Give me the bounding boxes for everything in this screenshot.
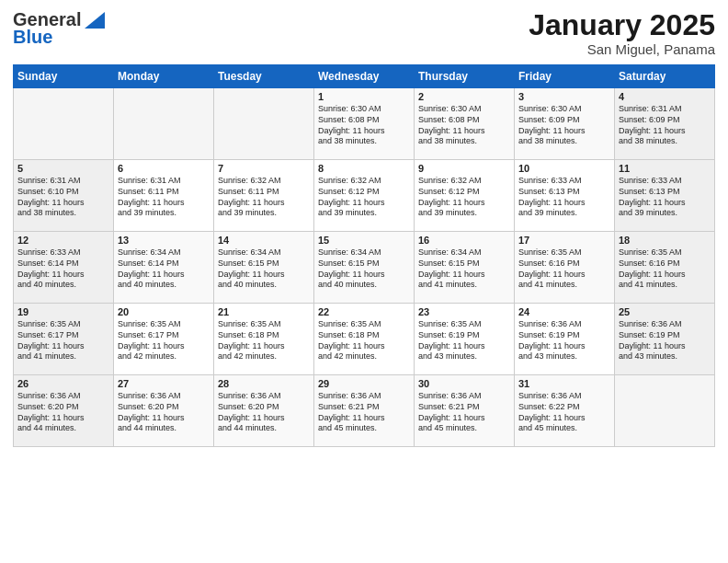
- day-info: and 44 minutes.: [118, 423, 210, 434]
- day-info: Sunset: 6:22 PM: [518, 402, 610, 413]
- day-info: Daylight: 11 hours: [118, 270, 210, 281]
- day-cell: 28Sunrise: 6:36 AMSunset: 6:20 PMDayligh…: [214, 375, 314, 447]
- day-info: Daylight: 11 hours: [518, 198, 610, 209]
- day-info: and 45 minutes.: [318, 423, 410, 434]
- day-cell: 13Sunrise: 6:34 AMSunset: 6:14 PMDayligh…: [114, 232, 214, 304]
- day-info: Sunset: 6:09 PM: [518, 115, 610, 126]
- col-sunday: Sunday: [14, 65, 114, 88]
- day-info: Sunset: 6:12 PM: [418, 187, 510, 198]
- day-info: and 38 minutes.: [17, 208, 109, 219]
- day-info: Sunset: 6:16 PM: [518, 259, 610, 270]
- day-cell: 1Sunrise: 6:30 AMSunset: 6:08 PMDaylight…: [314, 88, 415, 160]
- col-monday: Monday: [114, 65, 214, 88]
- day-info: Sunset: 6:19 PM: [518, 330, 610, 341]
- day-number: 26: [17, 378, 109, 389]
- day-info: Sunrise: 6:36 AM: [318, 391, 410, 402]
- day-info: Sunset: 6:16 PM: [619, 259, 711, 270]
- day-info: and 41 minutes.: [418, 280, 510, 291]
- day-info: Sunrise: 6:31 AM: [118, 176, 210, 187]
- week-row-4: 19Sunrise: 6:35 AMSunset: 6:17 PMDayligh…: [14, 304, 715, 375]
- header: General Blue January 2025 San Miguel, Pa…: [13, 9, 715, 57]
- day-cell: 11Sunrise: 6:33 AMSunset: 6:13 PMDayligh…: [615, 160, 715, 232]
- day-number: 18: [619, 235, 711, 246]
- day-number: 12: [17, 235, 109, 246]
- day-info: Sunset: 6:10 PM: [17, 187, 109, 198]
- day-cell: 6Sunrise: 6:31 AMSunset: 6:11 PMDaylight…: [114, 160, 214, 232]
- day-info: Sunrise: 6:35 AM: [518, 247, 610, 259]
- day-info: Daylight: 11 hours: [17, 413, 109, 424]
- day-number: 21: [218, 306, 310, 317]
- week-row-2: 5Sunrise: 6:31 AMSunset: 6:10 PMDaylight…: [14, 160, 715, 232]
- day-info: and 45 minutes.: [418, 423, 510, 434]
- day-info: Sunset: 6:12 PM: [318, 187, 410, 198]
- day-info: Sunset: 6:18 PM: [318, 330, 410, 341]
- day-info: Sunrise: 6:30 AM: [318, 104, 410, 115]
- day-info: Daylight: 11 hours: [218, 270, 310, 281]
- day-info: and 45 minutes.: [518, 423, 610, 434]
- day-cell: 24Sunrise: 6:36 AMSunset: 6:19 PMDayligh…: [515, 304, 615, 375]
- day-cell: 19Sunrise: 6:35 AMSunset: 6:17 PMDayligh…: [14, 304, 114, 375]
- day-cell: 17Sunrise: 6:35 AMSunset: 6:16 PMDayligh…: [515, 232, 615, 304]
- day-info: Daylight: 11 hours: [518, 341, 610, 352]
- day-number: 20: [118, 306, 210, 317]
- day-info: and 41 minutes.: [518, 280, 610, 291]
- day-info: Sunset: 6:15 PM: [218, 259, 310, 270]
- col-wednesday: Wednesday: [314, 65, 415, 88]
- day-info: Daylight: 11 hours: [218, 198, 310, 209]
- day-info: Daylight: 11 hours: [619, 198, 711, 209]
- day-info: Sunset: 6:15 PM: [318, 259, 410, 270]
- day-info: Daylight: 11 hours: [518, 413, 610, 424]
- day-info: Sunset: 6:14 PM: [118, 259, 210, 270]
- day-info: Sunset: 6:18 PM: [218, 330, 310, 341]
- day-cell: 4Sunrise: 6:31 AMSunset: 6:09 PMDaylight…: [615, 88, 715, 160]
- day-info: and 42 minutes.: [118, 351, 210, 362]
- calendar-subtitle: San Miguel, Panama: [529, 41, 715, 57]
- day-info: Sunset: 6:19 PM: [619, 330, 711, 341]
- day-cell: 18Sunrise: 6:35 AMSunset: 6:16 PMDayligh…: [615, 232, 715, 304]
- day-info: and 40 minutes.: [118, 280, 210, 291]
- day-info: Sunrise: 6:33 AM: [17, 247, 109, 259]
- day-info: Daylight: 11 hours: [318, 413, 410, 424]
- day-info: Sunrise: 6:36 AM: [118, 391, 210, 402]
- day-info: and 42 minutes.: [318, 351, 410, 362]
- logo: General Blue: [13, 9, 105, 48]
- day-info: Sunrise: 6:35 AM: [418, 319, 510, 330]
- day-info: Sunset: 6:17 PM: [17, 330, 109, 341]
- day-cell: 21Sunrise: 6:35 AMSunset: 6:18 PMDayligh…: [214, 304, 314, 375]
- day-info: Sunrise: 6:33 AM: [619, 176, 711, 187]
- day-info: Sunset: 6:08 PM: [318, 115, 410, 126]
- day-info: Sunset: 6:19 PM: [418, 330, 510, 341]
- day-info: Daylight: 11 hours: [619, 341, 711, 352]
- day-info: Sunrise: 6:34 AM: [418, 247, 510, 259]
- day-info: Sunrise: 6:33 AM: [518, 176, 610, 187]
- logo-icon: [85, 12, 105, 29]
- week-row-3: 12Sunrise: 6:33 AMSunset: 6:14 PMDayligh…: [14, 232, 715, 304]
- day-info: and 38 minutes.: [518, 136, 610, 147]
- day-number: 3: [518, 91, 610, 102]
- day-info: Daylight: 11 hours: [418, 198, 510, 209]
- day-cell: [114, 88, 214, 160]
- day-cell: 16Sunrise: 6:34 AMSunset: 6:15 PMDayligh…: [415, 232, 515, 304]
- day-cell: 9Sunrise: 6:32 AMSunset: 6:12 PMDaylight…: [415, 160, 515, 232]
- col-saturday: Saturday: [615, 65, 715, 88]
- day-info: and 44 minutes.: [17, 423, 109, 434]
- day-info: Sunset: 6:15 PM: [418, 259, 510, 270]
- day-number: 17: [518, 235, 610, 246]
- day-info: Daylight: 11 hours: [118, 198, 210, 209]
- day-number: 10: [518, 163, 610, 174]
- day-number: 22: [318, 306, 410, 317]
- calendar-title: January 2025: [529, 9, 715, 41]
- day-info: Sunrise: 6:34 AM: [118, 247, 210, 259]
- day-info: and 38 minutes.: [619, 136, 711, 147]
- day-info: Daylight: 11 hours: [218, 341, 310, 352]
- day-number: 28: [218, 378, 310, 389]
- day-info: Sunrise: 6:31 AM: [619, 104, 711, 115]
- day-info: Daylight: 11 hours: [118, 341, 210, 352]
- day-number: 24: [518, 306, 610, 317]
- day-info: Sunset: 6:11 PM: [118, 187, 210, 198]
- day-cell: 23Sunrise: 6:35 AMSunset: 6:19 PMDayligh…: [415, 304, 515, 375]
- day-number: 15: [318, 235, 410, 246]
- day-info: Sunset: 6:21 PM: [418, 402, 510, 413]
- day-info: Sunrise: 6:34 AM: [218, 247, 310, 259]
- week-row-5: 26Sunrise: 6:36 AMSunset: 6:20 PMDayligh…: [14, 375, 715, 447]
